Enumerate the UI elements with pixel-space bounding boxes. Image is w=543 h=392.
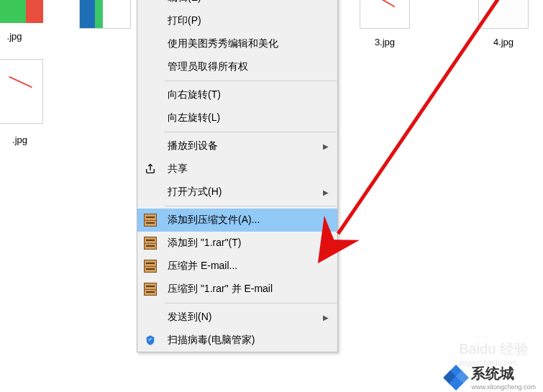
menu-cast-device[interactable]: 播放到设备 ▶ bbox=[137, 135, 337, 158]
file-thumbnail[interactable]: .jpg bbox=[0, 0, 43, 42]
menu-add-to-archive[interactable]: 添加到压缩文件(A)... bbox=[137, 209, 337, 232]
menu-label: 压缩到 "1.rar" 并 E-mail bbox=[168, 283, 273, 296]
menu-scan-virus[interactable]: 扫描病毒(电脑管家) bbox=[137, 329, 337, 352]
menu-separator bbox=[165, 303, 337, 304]
submenu-arrow-icon: ▶ bbox=[323, 142, 329, 150]
menu-rotate-left[interactable]: 向左旋转(L) bbox=[137, 106, 337, 129]
file-thumbnail[interactable]: 4.jpg bbox=[478, 0, 529, 47]
rar-icon bbox=[143, 213, 158, 227]
thumbnail-image bbox=[0, 0, 43, 23]
context-menu: 编辑(E) 打印(P) 使用美图秀秀编辑和美化 管理员取得所有权 向右旋转(T)… bbox=[137, 0, 338, 352]
file-thumbnail[interactable]: .jpg bbox=[0, 59, 43, 145]
rar-icon bbox=[143, 259, 158, 273]
menu-label: 向右旋转(T) bbox=[168, 88, 221, 101]
file-label: .jpg bbox=[0, 135, 43, 145]
menu-label: 管理员取得所有权 bbox=[168, 60, 248, 73]
menu-meitu-edit[interactable]: 使用美图秀秀编辑和美化 bbox=[137, 32, 337, 55]
share-icon bbox=[143, 162, 158, 176]
menu-separator bbox=[165, 81, 337, 81]
submenu-arrow-icon: ▶ bbox=[323, 188, 329, 196]
file-thumbnail[interactable]: 3.jpg bbox=[360, 0, 410, 47]
logo-xitongcheng: 系统城 www.xitongcheng.com bbox=[445, 364, 536, 391]
menu-label: 播放到设备 bbox=[168, 140, 218, 152]
menu-rotate-right[interactable]: 向右旋转(T) bbox=[137, 83, 337, 106]
rar-icon bbox=[143, 236, 158, 250]
submenu-arrow-icon: ▶ bbox=[323, 314, 329, 322]
menu-label: 压缩并 E-mail... bbox=[168, 260, 237, 273]
logo-text: 系统城 www.xitongcheng.com bbox=[471, 364, 536, 391]
menu-separator bbox=[165, 132, 337, 132]
thumbnail-image bbox=[478, 0, 529, 29]
menu-label: 使用美图秀秀编辑和美化 bbox=[168, 37, 278, 50]
menu-edit[interactable]: 编辑(E) bbox=[137, 0, 337, 9]
shield-icon bbox=[143, 333, 158, 347]
menu-label: 打印(P) bbox=[168, 14, 201, 27]
file-thumbnail-selected[interactable] bbox=[79, 0, 131, 31]
menu-label: 发送到(N) bbox=[168, 311, 211, 324]
thumbnail-image bbox=[360, 0, 410, 29]
menu-separator bbox=[165, 206, 337, 206]
menu-compress-1rar-email[interactable]: 压缩到 "1.rar" 并 E-mail bbox=[137, 278, 337, 301]
file-label: .jpg bbox=[0, 31, 43, 42]
menu-label: 共享 bbox=[168, 163, 188, 176]
menu-admin-ownership[interactable]: 管理员取得所有权 bbox=[137, 55, 337, 78]
menu-label: 添加到压缩文件(A)... bbox=[168, 214, 260, 227]
menu-label: 添加到 "1.rar"(T) bbox=[168, 237, 242, 250]
file-label: 3.jpg bbox=[360, 37, 410, 47]
file-label: 4.jpg bbox=[478, 37, 529, 47]
menu-label: 扫描病毒(电脑管家) bbox=[168, 334, 255, 347]
menu-share[interactable]: 共享 bbox=[137, 158, 337, 181]
watermark-baidu: Baidu 经验 jingyan.baidu.com bbox=[459, 339, 529, 367]
menu-compress-email[interactable]: 压缩并 E-mail... bbox=[137, 255, 337, 278]
menu-add-to-1rar[interactable]: 添加到 "1.rar"(T) bbox=[137, 232, 337, 255]
logo-diamond-icon bbox=[445, 367, 467, 388]
menu-send-to[interactable]: 发送到(N) ▶ bbox=[137, 306, 337, 329]
menu-label: 向左旋转(L) bbox=[168, 111, 220, 124]
rar-icon bbox=[143, 282, 158, 296]
menu-open-with[interactable]: 打开方式(H) ▶ bbox=[137, 181, 337, 204]
watermark-text: Baidu 经验 bbox=[459, 341, 529, 357]
logo-sub: www.xitongcheng.com bbox=[471, 383, 536, 391]
menu-print[interactable]: 打印(P) bbox=[137, 9, 337, 32]
menu-label: 编辑(E) bbox=[168, 0, 201, 4]
menu-label: 打开方式(H) bbox=[168, 186, 222, 199]
thumbnail-image bbox=[79, 0, 131, 29]
thumbnail-image bbox=[0, 59, 43, 124]
